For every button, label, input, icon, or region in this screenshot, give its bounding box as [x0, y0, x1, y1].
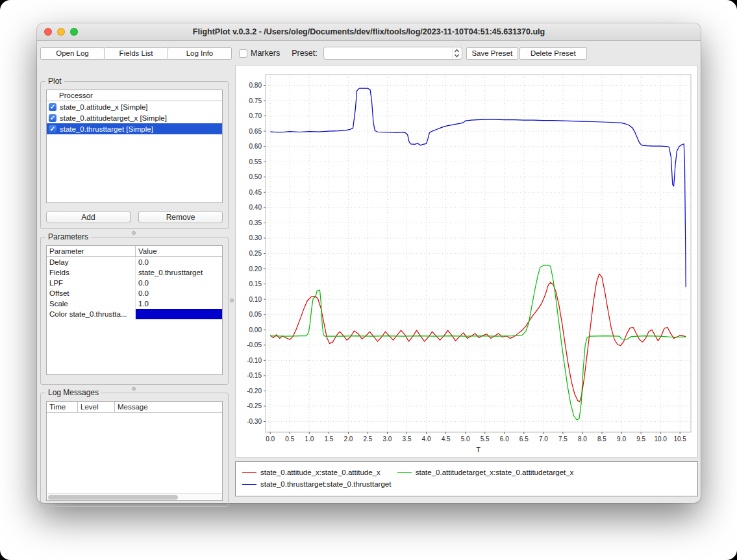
parameter-value-cell: state_0.thrusttarget [136, 267, 222, 278]
svg-text:0.0: 0.0 [266, 435, 275, 443]
svg-text:3.5: 3.5 [403, 435, 412, 443]
svg-text:0.45: 0.45 [249, 189, 262, 196]
svg-text:0.25: 0.25 [249, 250, 262, 257]
svg-text:0.35: 0.35 [249, 219, 262, 226]
processor-checkbox[interactable]: ✓ [49, 103, 56, 111]
svg-text:5.0: 5.0 [461, 435, 470, 443]
parameter-value-cell: 1.0 [136, 298, 222, 309]
processor-checkbox[interactable]: ✓ [49, 125, 56, 133]
parameter-value-cell [136, 309, 222, 319]
window-titlebar[interactable]: FlightPlot v.0.3.2 - /Users/oleg/Documen… [37, 23, 701, 41]
parameter-name-cell: Delay [47, 257, 136, 267]
fields-list-button[interactable]: Fields List [104, 47, 168, 60]
parameter-name-cell: Scale [47, 298, 136, 309]
screenshot-background: FlightPlot v.0.3.2 - /Users/oleg/Documen… [0, 0, 737, 560]
svg-text:8.5: 8.5 [597, 435, 606, 443]
series-line [270, 88, 686, 287]
legend-label: state_0.thrusttarget:state_0.thrusttarge… [260, 480, 391, 488]
parameters-panel-title: Parameters [45, 232, 91, 241]
splitter-handle[interactable] [132, 387, 136, 391]
legend-item: state_0.attitudetarget_x:state_0.attitud… [397, 467, 574, 478]
flightplot-window: FlightPlot v.0.3.2 - /Users/oleg/Documen… [37, 23, 701, 503]
preset-combobox[interactable] [323, 47, 462, 60]
time-column-header: Time [47, 402, 78, 412]
zoom-window-button[interactable] [70, 28, 78, 36]
level-column-header: Level [78, 402, 115, 412]
value-column-header: Value [136, 246, 222, 256]
parameter-name-cell: Fields [47, 267, 136, 278]
parameter-row[interactable]: Delay0.0 [47, 257, 222, 267]
legend-line-sample [242, 472, 256, 473]
close-window-button[interactable] [44, 28, 52, 36]
svg-text:0.50: 0.50 [249, 173, 262, 180]
legend-item: state_0.thrusttarget:state_0.thrusttarge… [242, 478, 391, 490]
markers-checkbox[interactable]: Markers [239, 49, 280, 58]
svg-text:3.0: 3.0 [383, 435, 392, 443]
parameters-table-header: Parameter Value [47, 246, 222, 257]
svg-text:0.70: 0.70 [249, 112, 262, 119]
svg-text:T: T [476, 446, 481, 454]
delete-preset-button[interactable]: Delete Preset [519, 47, 587, 60]
message-column-header: Message [115, 402, 222, 412]
combo-stepper-icon[interactable] [452, 47, 462, 59]
minimize-window-button[interactable] [57, 28, 65, 36]
chart-svg: 0.00.51.01.52.02.53.03.54.04.55.05.56.06… [236, 66, 697, 457]
processor-label: state_0.attitudetarget_x [Simple] [60, 114, 167, 122]
svg-text:10.0: 10.0 [654, 435, 667, 443]
svg-text:8.0: 8.0 [578, 435, 587, 443]
save-preset-button[interactable]: Save Preset [466, 47, 518, 60]
svg-text:4.0: 4.0 [422, 435, 431, 443]
chart-legend: state_0.attitude_x:state_0.attitude_xsta… [235, 461, 698, 496]
log-info-button[interactable]: Log Info [168, 47, 232, 60]
processor-row[interactable]: ✓state_0.attitude_x [Simple] [47, 101, 222, 112]
parameters-table: Parameter Value Delay0.0Fieldsstate_0.th… [46, 245, 223, 375]
legend-line-sample [242, 484, 256, 485]
splitter-handle[interactable] [132, 231, 136, 235]
chart[interactable]: 0.00.51.01.52.02.53.03.54.04.55.05.56.06… [235, 65, 698, 457]
log-messages-panel: Log Messages Time Level Message [40, 393, 229, 507]
svg-text:-0.05: -0.05 [247, 341, 262, 348]
horizontal-scrollbar-thumb[interactable] [48, 495, 178, 500]
svg-text:0.20: 0.20 [249, 265, 262, 273]
svg-text:10.5: 10.5 [673, 435, 686, 443]
legend-item: state_0.attitude_x:state_0.attitude_x [242, 467, 381, 478]
svg-text:-0.20: -0.20 [247, 387, 262, 395]
svg-text:0.65: 0.65 [249, 128, 262, 135]
log-messages-table: Time Level Message [46, 401, 223, 501]
parameter-name-cell: Color state_0.thrustta... [47, 309, 136, 319]
color-swatch[interactable] [136, 309, 222, 319]
svg-text:0.30: 0.30 [249, 234, 262, 241]
processor-row[interactable]: ✓state_0.attitudetarget_x [Simple] [47, 112, 222, 123]
markers-checkbox-box[interactable] [239, 49, 247, 58]
preset-label: Preset: [292, 49, 318, 58]
vertical-splitter[interactable] [229, 81, 235, 496]
svg-text:0.15: 0.15 [249, 280, 262, 287]
svg-text:-0.15: -0.15 [247, 372, 262, 379]
series-line [270, 274, 686, 402]
parameter-row[interactable]: Color state_0.thrustta... [47, 309, 222, 319]
parameter-row[interactable]: LPF0.0 [47, 278, 222, 288]
horizontal-scrollbar[interactable] [47, 493, 221, 500]
parameter-row[interactable]: Scale1.0 [47, 298, 222, 309]
parameter-row[interactable]: Offset0.0 [47, 288, 222, 298]
add-button[interactable]: Add [46, 211, 131, 223]
processor-label: state_0.thrusttarget [Simple] [60, 125, 153, 133]
svg-text:9.0: 9.0 [617, 435, 626, 443]
parameter-row[interactable]: Fieldsstate_0.thrusttarget [47, 267, 222, 278]
plot-panel-title: Plot [45, 77, 64, 86]
processor-table-header: Processor [47, 90, 222, 101]
svg-text:-0.10: -0.10 [247, 357, 262, 364]
processor-checkbox[interactable]: ✓ [49, 114, 56, 122]
svg-text:0.40: 0.40 [249, 204, 262, 211]
svg-text:-0.30: -0.30 [247, 418, 262, 425]
open-log-button[interactable]: Open Log [40, 47, 105, 60]
splitter-handle[interactable] [230, 298, 234, 302]
remove-button[interactable]: Remove [138, 211, 223, 223]
svg-text:-0.25: -0.25 [247, 402, 262, 409]
svg-text:9.5: 9.5 [636, 435, 645, 443]
svg-text:6.5: 6.5 [519, 435, 529, 443]
svg-text:0.75: 0.75 [249, 97, 262, 104]
svg-text:0.60: 0.60 [249, 143, 262, 150]
processor-row[interactable]: ✓state_0.thrusttarget [Simple] [47, 123, 222, 134]
window-content: Open Log Fields List Log Info Markers Pr… [37, 41, 701, 502]
